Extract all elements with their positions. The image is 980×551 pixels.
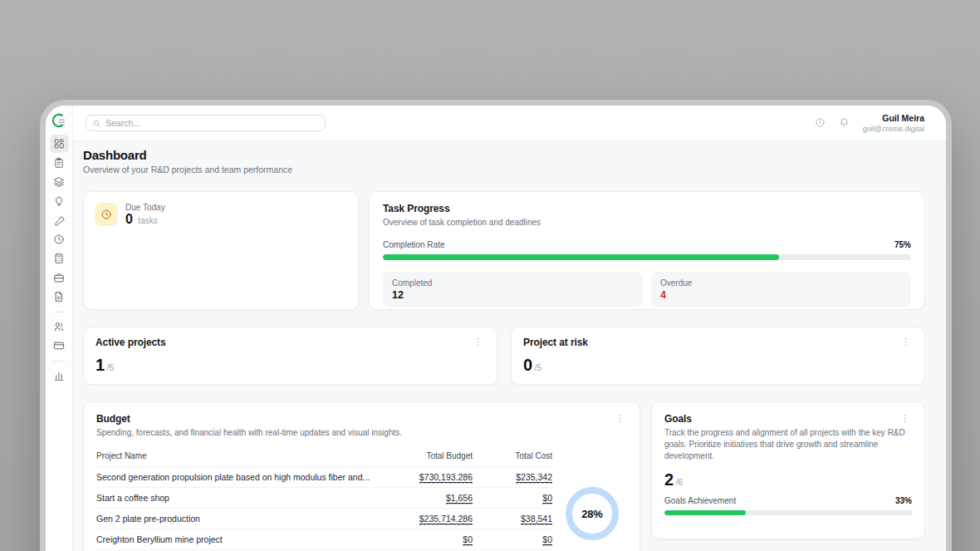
table-row[interactable]: Creighton Beryllium mine project $0 $0 — [96, 529, 552, 550]
sidebar-item-billing[interactable] — [50, 337, 69, 355]
budget-table-header: Project Name Total Budget Total Cost — [96, 449, 552, 467]
topbar: Guil Meira guil@creme.digital — [73, 106, 946, 141]
budget-table: Project Name Total Budget Total Cost Sec… — [96, 449, 552, 551]
sidebar-divider — [53, 361, 66, 362]
completion-rate-label: Completion Rate — [383, 240, 444, 249]
table-row[interactable]: Gen 2 plate pre-production $235,714.286 … — [96, 509, 552, 529]
goals-achievement-bar — [664, 510, 912, 515]
dashboard-icon — [53, 138, 65, 150]
lightbulb-icon — [53, 195, 65, 207]
completion-rate-bar-fill — [383, 254, 779, 260]
kebab-menu-icon[interactable]: ⋮ — [471, 337, 485, 347]
user-name: Guil Meira — [863, 113, 924, 124]
project-at-risk-card: Project at risk ⋮ 0 /5 — [511, 327, 925, 385]
sidebar-item-layers[interactable] — [50, 173, 69, 191]
sidebar-item-documents[interactable] — [50, 288, 69, 306]
goals-value: 2 — [664, 470, 674, 490]
sidebar-item-team[interactable] — [50, 317, 69, 336]
goals-achievement-label: Goals Achievement — [664, 496, 736, 505]
dashboard-content: Dashboard Overview of your R&D projects … — [73, 141, 946, 551]
user-email: guil@creme.digital — [863, 125, 924, 133]
completed-label: Completed — [392, 278, 634, 288]
budget-value[interactable]: $235,714.286 — [419, 514, 473, 525]
layers-icon — [53, 176, 65, 188]
kebab-menu-icon[interactable]: ⋮ — [899, 337, 913, 347]
column-total-cost: Total Cost — [473, 451, 552, 460]
active-projects-total: /5 — [107, 363, 114, 372]
clock-icon — [53, 234, 65, 245]
history-icon[interactable] — [815, 117, 826, 129]
goals-achievement-bar-fill — [664, 510, 746, 515]
budget-utilization-ring: 28% — [566, 487, 619, 540]
cost-value[interactable]: $0 — [542, 534, 552, 546]
search-box[interactable] — [86, 115, 326, 131]
overdue-stat: Overdue 4 — [651, 272, 911, 307]
cost-value[interactable]: $235,342 — [516, 472, 552, 484]
sidebar-divider — [53, 312, 66, 312]
bell-icon[interactable] — [839, 117, 850, 129]
completed-stat: Completed 12 — [383, 272, 643, 307]
sidebar-item-analytics[interactable] — [50, 367, 69, 385]
budget-card: Budget Spending, forecasts, and financia… — [83, 401, 640, 551]
due-today-clock-icon — [95, 203, 118, 226]
task-progress-title: Task Progress — [383, 203, 911, 214]
app-window: V1.0 Guil Meira guil@creme.digital — [40, 100, 952, 551]
goals-subtitle: Track the progress and alignment of all … — [664, 427, 912, 462]
kebab-menu-icon[interactable]: ⋮ — [898, 413, 912, 424]
task-progress-subtitle: Overview of task completion and deadline… — [383, 217, 911, 229]
page-subtitle: Overview of your R&D projects and team p… — [83, 165, 925, 175]
project-at-risk-value: 0 — [523, 356, 532, 375]
sidebar-item-tools[interactable] — [50, 211, 69, 229]
due-today-card: Due Today 0 tasks — [83, 191, 359, 310]
wrench-icon — [53, 214, 65, 226]
users-icon — [53, 321, 65, 332]
overdue-value: 4 — [660, 289, 902, 301]
sidebar-item-calculator[interactable] — [50, 249, 69, 268]
table-row[interactable]: Start a coffee shop $1,656 $0 — [96, 488, 552, 509]
task-progress-card: Task Progress Overview of task completio… — [369, 191, 925, 310]
sidebar-item-ideas[interactable] — [50, 192, 69, 210]
calculator-icon — [53, 253, 65, 264]
clipboard-icon — [53, 157, 65, 169]
completed-value: 12 — [392, 289, 634, 301]
creme-logo-icon[interactable] — [51, 112, 67, 129]
budget-value[interactable]: $1,656 — [446, 493, 473, 504]
credit-card-icon — [53, 340, 65, 352]
completion-rate-bar — [383, 254, 911, 260]
budget-value[interactable]: $730,193.286 — [419, 472, 473, 484]
topbar-right: Guil Meira guil@creme.digital — [815, 113, 924, 132]
file-icon — [53, 291, 65, 303]
active-projects-title: Active projects — [96, 337, 166, 348]
budget-value[interactable]: $0 — [463, 534, 473, 546]
kebab-menu-icon[interactable]: ⋮ — [613, 413, 627, 424]
active-projects-value: 1 — [96, 356, 105, 375]
search-icon — [93, 120, 100, 127]
goals-title: Goals — [664, 413, 692, 425]
overdue-label: Overdue — [660, 278, 902, 288]
table-row[interactable]: Second generation propulsion plate based… — [96, 467, 552, 488]
budget-utilization: 28% — [557, 449, 627, 551]
completion-rate-value: 75% — [894, 240, 911, 249]
page-title: Dashboard — [83, 148, 925, 162]
goals-total: /6 — [676, 478, 683, 487]
due-today-label: Due Today — [125, 203, 165, 212]
goals-card: Goals ⋮ Track the progress and alignment… — [651, 401, 925, 539]
main-area: Guil Meira guil@creme.digital Dashboard … — [73, 106, 946, 551]
user-menu[interactable]: Guil Meira guil@creme.digital — [863, 113, 924, 132]
active-projects-card: Active projects ⋮ 1 /5 — [83, 327, 497, 385]
briefcase-icon — [53, 272, 65, 283]
budget-title: Budget — [96, 413, 402, 425]
cost-value[interactable]: $38,541 — [521, 514, 552, 525]
column-project-name: Project Name — [96, 451, 380, 460]
sidebar-item-dashboard[interactable] — [50, 135, 69, 153]
due-today-count: 0 — [125, 212, 133, 226]
sidebar-item-time[interactable] — [50, 230, 69, 248]
due-today-unit: tasks — [138, 216, 157, 225]
sidebar-item-tasks[interactable] — [50, 154, 69, 172]
bar-chart-icon — [53, 370, 65, 381]
goals-achievement-value: 33% — [895, 496, 912, 505]
sidebar-item-projects[interactable] — [50, 268, 69, 287]
search-input[interactable] — [105, 118, 318, 128]
cost-value[interactable]: $0 — [542, 493, 552, 504]
project-at-risk-title: Project at risk — [523, 337, 588, 348]
